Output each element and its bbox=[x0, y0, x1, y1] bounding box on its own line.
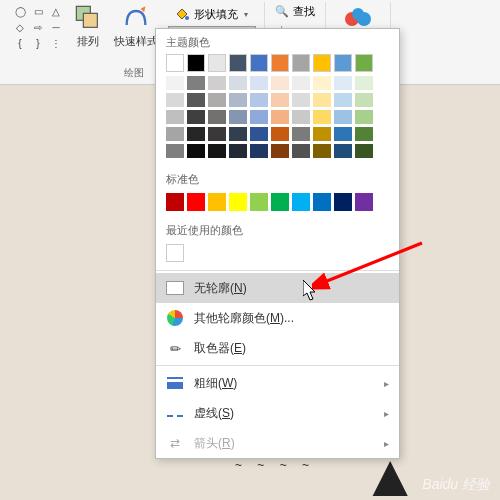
color-swatch[interactable] bbox=[355, 54, 373, 72]
chevron-down-icon: ▾ bbox=[244, 10, 248, 19]
color-swatch[interactable] bbox=[292, 110, 310, 124]
color-swatch[interactable] bbox=[208, 76, 226, 90]
color-swatch[interactable] bbox=[187, 144, 205, 158]
shape-triangle[interactable]: △ bbox=[48, 4, 64, 18]
color-swatch[interactable] bbox=[250, 193, 268, 211]
shape-line[interactable]: ─ bbox=[48, 20, 64, 34]
color-swatch[interactable] bbox=[355, 76, 373, 90]
color-swatch[interactable] bbox=[229, 144, 247, 158]
shape-diamond[interactable]: ◇ bbox=[12, 20, 28, 34]
color-swatch[interactable] bbox=[313, 76, 331, 90]
color-swatch[interactable] bbox=[187, 127, 205, 141]
color-swatch[interactable] bbox=[355, 93, 373, 107]
color-swatch[interactable] bbox=[229, 76, 247, 90]
shapes-gallery[interactable]: ◯ ▭ △ ◇ ⇨ ─ { } ⋮ bbox=[10, 2, 66, 52]
color-swatch[interactable] bbox=[187, 193, 205, 211]
eyedropper-item[interactable]: ✎ 取色器(E) bbox=[156, 333, 399, 363]
color-swatch[interactable] bbox=[313, 110, 331, 124]
color-swatch[interactable] bbox=[334, 54, 352, 72]
recent-colors-label: 最近使用的颜色 bbox=[156, 217, 399, 242]
color-swatch[interactable] bbox=[166, 144, 184, 158]
shape-fill-button[interactable]: 形状填充 ▾ bbox=[168, 4, 256, 24]
shape-rect[interactable]: ▭ bbox=[30, 4, 46, 18]
color-swatch[interactable] bbox=[187, 110, 205, 124]
color-swatch[interactable] bbox=[229, 127, 247, 141]
color-swatch[interactable] bbox=[334, 193, 352, 211]
find-button[interactable]: 🔍 查找 bbox=[271, 2, 319, 21]
color-swatch[interactable] bbox=[313, 127, 331, 141]
color-swatch[interactable] bbox=[271, 76, 289, 90]
color-swatch[interactable] bbox=[208, 144, 226, 158]
color-swatch[interactable] bbox=[271, 110, 289, 124]
arrows-item: ⇄ 箭头(R) ▸ bbox=[156, 428, 399, 458]
color-swatch[interactable] bbox=[313, 54, 331, 72]
color-swatch[interactable] bbox=[250, 144, 268, 158]
color-swatch[interactable] bbox=[292, 93, 310, 107]
color-swatch[interactable] bbox=[334, 93, 352, 107]
color-swatch[interactable] bbox=[334, 110, 352, 124]
arrows-icon: ⇄ bbox=[166, 434, 184, 452]
color-swatch[interactable] bbox=[208, 54, 226, 72]
color-swatch[interactable] bbox=[187, 76, 205, 90]
color-swatch[interactable] bbox=[334, 144, 352, 158]
svg-point-6 bbox=[352, 8, 364, 20]
color-swatch[interactable] bbox=[229, 93, 247, 107]
recent-swatch[interactable] bbox=[166, 244, 184, 262]
color-swatch[interactable] bbox=[313, 144, 331, 158]
shape-brace-l[interactable]: { bbox=[12, 36, 28, 50]
more-colors-item[interactable]: 其他轮廓颜色(M)... bbox=[156, 303, 399, 333]
color-swatch[interactable] bbox=[166, 127, 184, 141]
weight-label: 粗细(W) bbox=[194, 375, 237, 392]
color-swatch[interactable] bbox=[187, 93, 205, 107]
color-swatch[interactable] bbox=[250, 110, 268, 124]
color-swatch[interactable] bbox=[166, 193, 184, 211]
color-swatch[interactable] bbox=[355, 193, 373, 211]
color-swatch[interactable] bbox=[250, 76, 268, 90]
color-swatch[interactable] bbox=[292, 193, 310, 211]
arrange-button[interactable]: 排列 bbox=[70, 2, 106, 51]
color-swatch[interactable] bbox=[166, 76, 184, 90]
more-colors-label: 其他轮廓颜色(M)... bbox=[194, 310, 294, 327]
shape-ellipse[interactable]: ◯ bbox=[12, 4, 28, 18]
color-swatch[interactable] bbox=[292, 127, 310, 141]
color-swatch[interactable] bbox=[355, 144, 373, 158]
dashes-item[interactable]: 虚线(S) ▸ bbox=[156, 398, 399, 428]
standard-color-row bbox=[156, 191, 399, 217]
color-swatch[interactable] bbox=[208, 110, 226, 124]
color-swatch[interactable] bbox=[292, 54, 310, 72]
color-swatch[interactable] bbox=[187, 54, 205, 72]
color-swatch[interactable] bbox=[250, 93, 268, 107]
shape-arrow[interactable]: ⇨ bbox=[30, 20, 46, 34]
arrange-label: 排列 bbox=[77, 34, 99, 49]
color-swatch[interactable] bbox=[271, 54, 289, 72]
color-swatch[interactable] bbox=[208, 127, 226, 141]
no-outline-item[interactable]: 无轮廓(N) bbox=[156, 273, 399, 303]
shape-more[interactable]: ⋮ bbox=[48, 36, 64, 50]
weight-item[interactable]: 粗细(W) ▸ bbox=[156, 368, 399, 398]
shape-brace-r[interactable]: } bbox=[30, 36, 46, 50]
color-swatch[interactable] bbox=[271, 93, 289, 107]
color-swatch[interactable] bbox=[334, 127, 352, 141]
color-swatch[interactable] bbox=[271, 127, 289, 141]
color-swatch[interactable] bbox=[166, 54, 184, 72]
color-swatch[interactable] bbox=[292, 76, 310, 90]
color-swatch[interactable] bbox=[313, 193, 331, 211]
color-swatch[interactable] bbox=[229, 110, 247, 124]
color-swatch[interactable] bbox=[250, 54, 268, 72]
color-swatch[interactable] bbox=[250, 127, 268, 141]
shape-fill-label: 形状填充 bbox=[194, 7, 238, 22]
color-swatch[interactable] bbox=[208, 193, 226, 211]
color-swatch[interactable] bbox=[208, 93, 226, 107]
recent-color-row bbox=[156, 242, 399, 268]
color-swatch[interactable] bbox=[271, 144, 289, 158]
color-swatch[interactable] bbox=[292, 144, 310, 158]
color-swatch[interactable] bbox=[166, 93, 184, 107]
color-swatch[interactable] bbox=[313, 93, 331, 107]
color-swatch[interactable] bbox=[355, 127, 373, 141]
color-swatch[interactable] bbox=[166, 110, 184, 124]
color-swatch[interactable] bbox=[271, 193, 289, 211]
color-swatch[interactable] bbox=[334, 76, 352, 90]
color-swatch[interactable] bbox=[355, 110, 373, 124]
color-swatch[interactable] bbox=[229, 193, 247, 211]
color-swatch[interactable] bbox=[229, 54, 247, 72]
